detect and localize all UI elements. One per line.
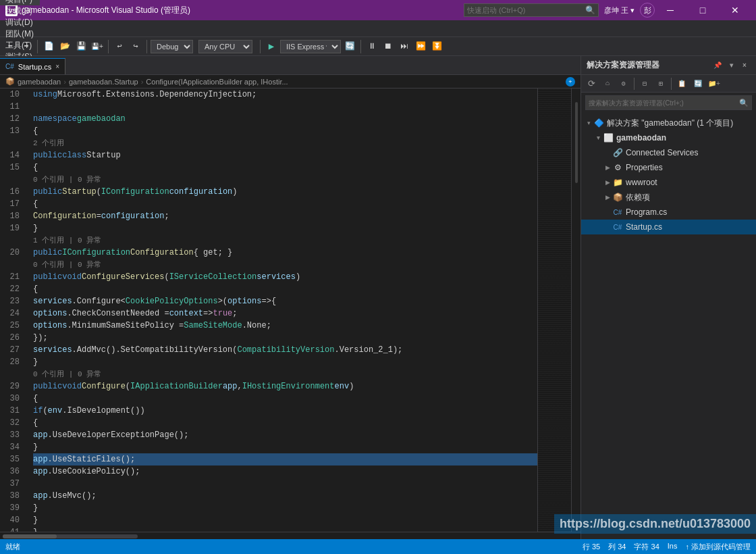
run-button[interactable]: ▶ [264, 39, 279, 54]
code-line[interactable]: options.CheckConsentNeeded = context => … [33, 307, 537, 320]
se-drop-btn[interactable]: ▾ [725, 59, 737, 72]
code-line[interactable]: } [33, 502, 537, 514]
ref-hint-line[interactable]: 2 个引用 [33, 137, 537, 149]
code-line[interactable]: { [33, 125, 537, 137]
se-tree-item-properties[interactable]: ▶⚙Properties [581, 160, 756, 175]
refresh-button[interactable]: 🔄 [342, 39, 357, 54]
se-tree-item-startup[interactable]: C#Startup.cs [581, 220, 756, 234]
breadcrumb-item-2[interactable]: gamebaodan.Startup [69, 78, 138, 86]
tab-close-button[interactable]: × [55, 63, 59, 70]
toolbar-back-btn[interactable]: ⬅ [3, 39, 18, 54]
breadcrumb-item-1[interactable]: gamebaodan [18, 78, 61, 86]
se-tree-item-wwwroot[interactable]: ▶📁wwwroot [581, 175, 756, 190]
toolbar-debug5[interactable]: ⏬ [429, 39, 444, 54]
code-line[interactable]: } [33, 222, 537, 234]
se-search-input[interactable] [589, 99, 739, 107]
menu-item[interactable]: 项目(P) [0, 0, 40, 5]
code-line[interactable]: app.UseCookiePolicy(); [33, 465, 537, 478]
se-collapse-btn[interactable]: ⊟ [637, 78, 652, 90]
status-col[interactable]: 列 34 [608, 542, 626, 552]
user-label[interactable]: 彦坤 王 ▾ [604, 5, 634, 16]
code-line[interactable]: } [33, 441, 537, 453]
se-props-btn[interactable]: 📋 [674, 78, 689, 90]
tab-startup[interactable]: C# Startup.cs × [0, 58, 65, 74]
ref-hint-line[interactable]: 0 个引用 | 0 异常 [33, 368, 537, 380]
status-mode[interactable]: Ins [668, 542, 678, 552]
se-arrow-wwwroot[interactable]: ▶ [603, 179, 612, 186]
se-arrow-properties[interactable]: ▶ [603, 164, 612, 171]
code-line[interactable]: } [33, 526, 537, 532]
se-arrow-solution[interactable]: ▾ [584, 120, 593, 126]
toolbar-debug1[interactable]: ⏸ [364, 39, 379, 54]
run-target-select[interactable]: IIS Express ▾ [280, 40, 341, 53]
close-button[interactable]: ✕ [720, 0, 751, 20]
se-home-btn[interactable]: ⌂ [600, 78, 615, 90]
se-search-box[interactable]: 🔍 [585, 95, 752, 110]
code-line[interactable]: }); [33, 332, 537, 344]
vertical-scrollbar[interactable] [571, 89, 580, 532]
ref-hint-line[interactable]: 0 个引用 | 0 异常 [33, 174, 537, 186]
code-line[interactable]: { [33, 283, 537, 295]
toolbar-saveall-btn[interactable]: 💾+ [90, 39, 105, 54]
peng-label[interactable]: 彭 [640, 3, 655, 18]
code-line[interactable]: services.Configure<CookiePolicyOptions>(… [33, 295, 537, 307]
breadcrumb-project[interactable]: 📦 [5, 77, 15, 86]
scrollbar-thumb[interactable] [575, 102, 578, 183]
se-tree-item-solution[interactable]: ▾🔷解决方案 "gamebaodan" (1 个项目) [581, 116, 756, 130]
code-line[interactable]: Configuration = configuration; [33, 210, 537, 222]
se-tree-item-project[interactable]: ▾⬜gamebaodan [581, 130, 756, 145]
menu-item[interactable]: 团队(M) [0, 28, 40, 40]
ref-hint-line[interactable]: 1 个引用 | 0 异常 [33, 234, 537, 247]
code-line[interactable]: { [33, 393, 537, 405]
code-line[interactable]: options.MinimumSameSitePolicy = SameSite… [33, 320, 537, 332]
quick-launch-input[interactable] [464, 6, 583, 14]
toolbar-new-btn[interactable]: 📄 [41, 39, 56, 54]
se-filter-btn[interactable]: ⚙ [616, 78, 631, 90]
code-line[interactable] [33, 478, 537, 490]
toolbar-open-btn[interactable]: 📂 [57, 39, 72, 54]
code-line[interactable]: services.AddMvc().SetCompatibilityVersio… [33, 344, 537, 356]
code-line[interactable]: { [33, 417, 537, 429]
debug-mode-select[interactable]: Debug [151, 40, 193, 53]
code-line[interactable]: app.UseStaticFiles(); [33, 453, 537, 465]
se-close-btn[interactable]: × [738, 59, 751, 72]
code-line[interactable]: { [33, 161, 537, 174]
maximize-button[interactable]: □ [687, 0, 718, 20]
se-new-folder-btn[interactable]: 📁+ [707, 78, 722, 90]
code-line[interactable]: if (env.IsDevelopment()) [33, 405, 537, 417]
status-row[interactable]: 行 35 [583, 542, 600, 552]
code-line[interactable]: } [33, 514, 537, 526]
toolbar-redo-btn[interactable]: ↪ [128, 39, 143, 54]
toolbar-debug2[interactable]: ⏹ [381, 39, 396, 54]
minimize-button[interactable]: ─ [655, 0, 686, 20]
code-content[interactable]: using Microsoft.Extensions.DependencyInj… [30, 89, 537, 532]
code-line[interactable]: public IConfiguration Configuration { ge… [33, 247, 537, 259]
se-expand-btn[interactable]: ⊞ [653, 78, 668, 90]
toolbar-save-btn[interactable]: 💾 [74, 39, 88, 54]
se-tree-item-program[interactable]: C#Program.cs [581, 205, 756, 220]
se-sync-btn[interactable]: ⟳ [584, 78, 599, 90]
code-line[interactable]: public class Startup [33, 149, 537, 161]
se-refresh-btn[interactable]: 🔄 [691, 78, 705, 90]
menu-item[interactable]: 调试(D) [0, 17, 40, 28]
code-line[interactable]: using Microsoft.Extensions.DependencyInj… [33, 89, 537, 101]
se-tree-item-deps[interactable]: ▶📦依赖项 [581, 190, 756, 205]
status-add-code[interactable]: ↑ 添加到源代码管理 [685, 542, 751, 552]
h-scroll-thumb[interactable] [3, 534, 57, 538]
platform-select[interactable]: Any CPU [198, 40, 252, 53]
code-line[interactable]: public Startup(IConfiguration configurat… [33, 186, 537, 198]
toolbar-forward-btn[interactable]: ➡ [19, 39, 34, 54]
menu-item[interactable]: 生成(B) [0, 5, 40, 17]
code-line[interactable]: } [33, 356, 537, 368]
code-line[interactable]: namespace gamebaodan [33, 113, 537, 125]
se-arrow-project[interactable]: ▾ [593, 134, 603, 141]
code-line[interactable]: { [33, 198, 537, 210]
code-line[interactable]: public void Configure(IApplicationBuilde… [33, 380, 537, 393]
code-line[interactable]: app.UseMvc(); [33, 490, 537, 502]
toolbar-undo-btn[interactable]: ↩ [112, 39, 127, 54]
code-line[interactable] [33, 101, 537, 113]
breadcrumb-item-3[interactable]: Configure(IApplicationBuilder app, IHost… [146, 78, 288, 86]
h-scroll-track[interactable] [3, 534, 138, 538]
toolbar-debug3[interactable]: ⏭ [397, 39, 412, 54]
ref-hint-line[interactable]: 0 个引用 | 0 异常 [33, 259, 537, 271]
